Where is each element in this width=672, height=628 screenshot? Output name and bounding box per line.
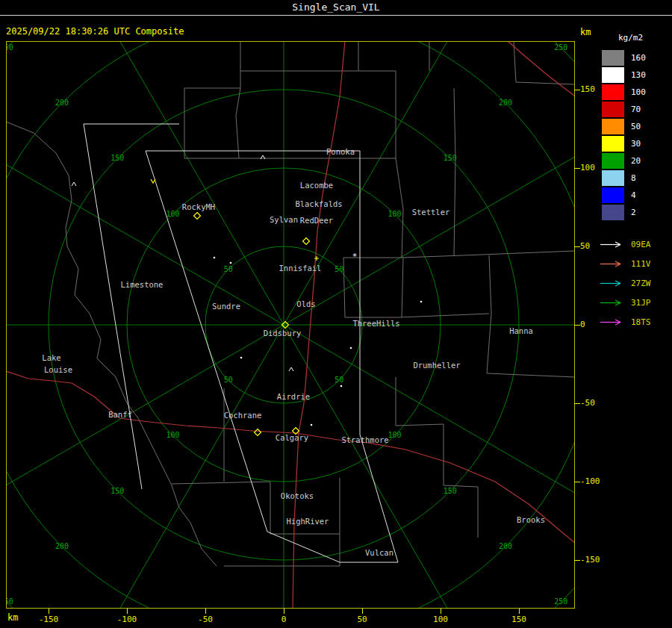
ring-distance-label: 200	[499, 542, 512, 550]
scale-swatch	[602, 170, 624, 186]
ring-distance-label: 200	[55, 99, 69, 107]
radar-id: 27ZW	[631, 279, 651, 288]
right-axis-unit-label: km	[580, 27, 591, 37]
right-axis-tick	[574, 168, 580, 169]
county-boundary	[240, 71, 396, 158]
scale-swatch	[602, 67, 624, 83]
range-spoke	[284, 325, 575, 541]
legend-unit-label: kg/m2	[618, 33, 672, 43]
bottom-axis-tick	[127, 609, 128, 614]
right-axis-tick	[574, 325, 580, 326]
ring-distance-label: 150	[111, 487, 124, 495]
radar-row: 09EA	[597, 234, 672, 254]
city-label: Lacombe	[300, 181, 333, 190]
county-boundary	[402, 258, 403, 317]
right-axis-label: -50	[580, 398, 595, 408]
town-dot-marker	[214, 257, 216, 259]
town-caret-marker	[72, 182, 76, 186]
city-label: ThreeHills	[352, 319, 399, 328]
scale-swatch	[602, 84, 624, 100]
range-spoke	[6, 108, 284, 325]
county-boundary	[190, 523, 217, 566]
town-dot-marker	[340, 385, 343, 388]
city-label: HighRiver	[287, 517, 329, 526]
radar-id: 18TS	[631, 317, 651, 327]
county-boundary	[396, 158, 403, 258]
ring-distance-label: 100	[388, 431, 401, 439]
radar-map: 5050505010010010010015015015015020020020…	[6, 41, 575, 609]
city-label: Didsbury	[264, 329, 302, 338]
town-dot-marker	[230, 262, 232, 264]
radar-id: 111V	[631, 259, 651, 269]
city-label: Ponoka	[326, 147, 355, 156]
ring-distance-label: 50	[224, 376, 233, 384]
radar-arrow-icon	[600, 317, 625, 327]
ring-distance-label: 50	[224, 265, 233, 273]
radar-row: 111V	[597, 254, 672, 273]
station-diamond-marker	[194, 213, 201, 220]
scale-value: 20	[631, 156, 641, 166]
ring-distance-label: 200	[499, 99, 512, 107]
city-label: Calgary	[276, 433, 308, 442]
city-label: Olds	[296, 299, 315, 308]
scale-swatch	[602, 205, 624, 220]
ring-distance-label: 100	[166, 210, 179, 218]
right-axis-tick	[574, 246, 580, 247]
bottom-axis-label: -50	[192, 615, 219, 624]
town-asterisk-marker: *	[352, 252, 358, 261]
bottom-axis-label: -150	[35, 615, 62, 624]
scale-swatch	[602, 102, 624, 117]
city-label: Airdrie	[277, 392, 310, 401]
scale-swatch	[602, 119, 624, 134]
bottom-axis-tick	[362, 609, 363, 614]
radar-arrow-icon	[600, 279, 625, 288]
county-boundary	[236, 41, 240, 158]
town-dot-marker	[420, 301, 423, 303]
radar-coverage-outline	[84, 124, 179, 489]
ring-distance-label: 150	[444, 487, 457, 495]
bottom-axis-label: 0	[270, 615, 297, 624]
right-axis-label: -150	[580, 555, 600, 565]
scale-row: 160	[597, 49, 672, 66]
station-diamond-marker	[255, 429, 261, 436]
scale-value: 2	[631, 208, 636, 217]
right-axis-label: -100	[580, 476, 600, 486]
scale-row: 8	[597, 170, 672, 187]
bottom-axis-label: 50	[349, 615, 376, 624]
radar-row: 27ZW	[597, 273, 672, 293]
town-dot-marker	[311, 424, 313, 426]
scale-row: 30	[597, 135, 672, 152]
scale-value: 130	[631, 70, 646, 80]
city-label: Louise	[44, 365, 72, 374]
bottom-axis-tick	[519, 609, 520, 614]
county-boundary	[396, 377, 444, 426]
county-boundary	[343, 251, 575, 258]
right-axis-tick	[574, 560, 580, 561]
radar-row: 31JP	[597, 293, 672, 312]
scale-value: 30	[631, 139, 641, 149]
window-title-bar: Single_Scan_VIL	[0, 0, 672, 16]
city-label: Innisfail	[279, 264, 322, 273]
bottom-axis-label: 150	[505, 615, 532, 624]
scale-value: 160	[631, 53, 646, 63]
station-v-marker	[151, 179, 155, 183]
ring-distance-label: 250	[6, 43, 13, 52]
ring-distance-label: 150	[444, 154, 457, 162]
ring-distance-label: 100	[388, 210, 401, 218]
radar-plot-area: 5050505010010010010015015015015020020020…	[6, 41, 575, 609]
right-axis-label: 150	[580, 84, 595, 94]
radar-site-list: 09EA111V27ZW31JP18TS	[597, 234, 672, 332]
radar-arrow-icon	[600, 240, 625, 249]
right-axis-tick	[574, 403, 580, 404]
scale-value: 8	[631, 173, 636, 183]
scale-value: 4	[631, 190, 636, 200]
bottom-axis-label: 100	[427, 615, 454, 624]
county-boundary	[343, 258, 399, 317]
scale-row: 70	[597, 101, 672, 118]
radar-coverage-outline	[146, 151, 398, 562]
bottom-axis-tick	[49, 609, 49, 614]
bottom-axis-unit-label: km	[7, 612, 18, 623]
scale-value: 70	[631, 105, 641, 114]
bottom-axis-tick	[441, 609, 441, 614]
city-label: Drumheller	[413, 361, 460, 370]
